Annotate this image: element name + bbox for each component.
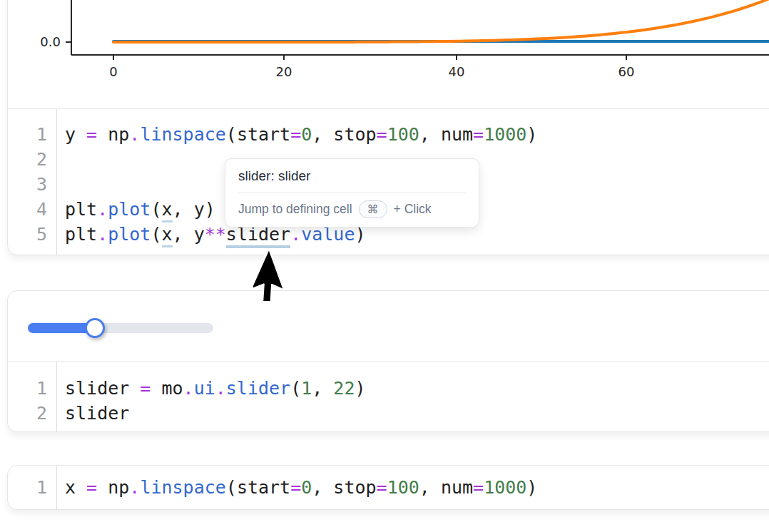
code-line[interactable]: 1x = np.linspace(start=0, stop=100, num=… bbox=[8, 475, 769, 500]
line-number: 3 bbox=[8, 172, 56, 197]
matplotlib-chart: 0.00204060 bbox=[8, 0, 769, 109]
tooltip-variable-name: slider: slider bbox=[225, 159, 479, 193]
notebook-cell-slider: 1slider = mo.ui.slider(1, 22)2slider bbox=[7, 290, 769, 432]
svg-text:60: 60 bbox=[618, 64, 635, 79]
slider-track[interactable] bbox=[28, 323, 213, 333]
code-line[interactable]: 1slider = mo.ui.slider(1, 22) bbox=[8, 376, 769, 401]
line-number: 2 bbox=[8, 147, 56, 172]
tooltip-action-label: Jump to defining cell bbox=[238, 202, 352, 217]
code-line[interactable]: 1y = np.linspace(start=0, stop=100, num=… bbox=[8, 122, 769, 147]
code-line[interactable]: 2slider bbox=[8, 401, 769, 426]
code-text: plt.plot(x, y) bbox=[56, 197, 215, 222]
notebook-cell-x: 1x = np.linspace(start=0, stop=100, num=… bbox=[7, 465, 769, 510]
line-number: 1 bbox=[8, 376, 56, 401]
svg-text:0.0: 0.0 bbox=[40, 34, 61, 49]
code-text: y = np.linspace(start=0, stop=100, num=1… bbox=[56, 122, 537, 147]
code-text: x = np.linspace(start=0, stop=100, num=1… bbox=[56, 475, 537, 500]
line-number: 5 bbox=[8, 222, 56, 247]
slider-output-area bbox=[8, 291, 769, 362]
slider-handle[interactable] bbox=[85, 318, 105, 338]
svg-text:0: 0 bbox=[109, 64, 117, 79]
line-number: 1 bbox=[8, 122, 56, 147]
line-number: 2 bbox=[8, 401, 56, 426]
code-text bbox=[56, 147, 65, 172]
line-number: 4 bbox=[8, 197, 56, 222]
code-text bbox=[56, 172, 65, 197]
tooltip-action-row[interactable]: Jump to defining cell ⌘ + Click bbox=[225, 193, 479, 227]
tooltip-action-suffix: + Click bbox=[394, 202, 432, 217]
plot-output-area: 0.00204060 bbox=[8, 0, 769, 109]
code-editor-slider[interactable]: 1slider = mo.ui.slider(1, 22)2slider bbox=[8, 362, 769, 432]
code-text: slider bbox=[56, 401, 129, 426]
variable-tooltip: slider: slider Jump to defining cell ⌘ +… bbox=[225, 158, 479, 227]
line-number: 1 bbox=[8, 475, 56, 500]
code-text: slider = mo.ui.slider(1, 22) bbox=[56, 376, 366, 401]
command-key-icon: ⌘ bbox=[359, 200, 387, 218]
svg-text:20: 20 bbox=[276, 64, 292, 79]
svg-text:40: 40 bbox=[449, 64, 465, 79]
code-editor-x[interactable]: 1x = np.linspace(start=0, stop=100, num=… bbox=[8, 466, 769, 509]
